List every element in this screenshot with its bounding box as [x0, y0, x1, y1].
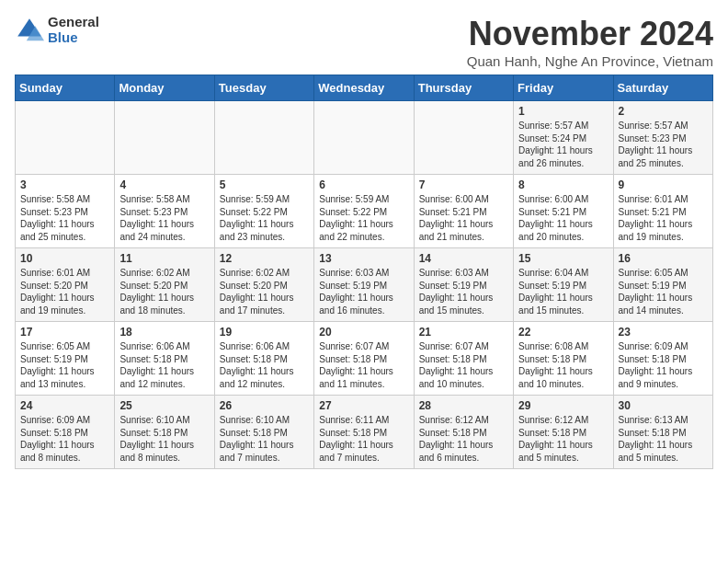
day-info: Sunrise: 6:05 AM Sunset: 5:19 PM Dayligh…: [20, 340, 109, 390]
day-info: Sunrise: 6:01 AM Sunset: 5:20 PM Dayligh…: [20, 267, 109, 316]
logo: General Blue: [15, 15, 99, 45]
header-cell-tuesday: Tuesday: [214, 75, 313, 101]
day-info: Sunrise: 6:07 AM Sunset: 5:18 PM Dayligh…: [319, 340, 408, 390]
header-cell-thursday: Thursday: [414, 75, 513, 101]
day-cell: 21Sunrise: 6:07 AM Sunset: 5:18 PM Dayli…: [414, 322, 513, 396]
day-info: Sunrise: 6:00 AM Sunset: 5:21 PM Dayligh…: [419, 193, 508, 243]
day-info: Sunrise: 6:00 AM Sunset: 5:21 PM Dayligh…: [518, 193, 608, 243]
day-number: 1: [518, 105, 608, 118]
day-number: 13: [319, 252, 408, 265]
day-cell: 18Sunrise: 6:06 AM Sunset: 5:18 PM Dayli…: [115, 322, 214, 396]
subtitle: Quan Hanh, Nghe An Province, Vietnam: [467, 53, 713, 69]
day-cell: 9Sunrise: 6:01 AM Sunset: 5:21 PM Daylig…: [613, 175, 712, 248]
week-row-5: 24Sunrise: 6:09 AM Sunset: 5:18 PM Dayli…: [16, 396, 713, 469]
day-cell: 26Sunrise: 6:10 AM Sunset: 5:18 PM Dayli…: [214, 396, 313, 469]
day-info: Sunrise: 6:02 AM Sunset: 5:20 PM Dayligh…: [220, 267, 309, 316]
day-cell: 23Sunrise: 6:09 AM Sunset: 5:18 PM Dayli…: [613, 322, 712, 396]
day-number: 9: [619, 178, 708, 191]
day-number: 30: [619, 399, 708, 412]
logo-blue-text: Blue: [48, 30, 99, 46]
day-info: Sunrise: 6:06 AM Sunset: 5:18 PM Dayligh…: [119, 340, 209, 390]
calendar-header: SundayMondayTuesdayWednesdayThursdayFrid…: [16, 75, 713, 101]
day-cell: 19Sunrise: 6:06 AM Sunset: 5:18 PM Dayli…: [214, 322, 313, 396]
day-cell: 6Sunrise: 5:59 AM Sunset: 5:22 PM Daylig…: [314, 175, 414, 248]
day-number: 28: [419, 399, 508, 412]
day-number: 15: [518, 252, 608, 265]
day-info: Sunrise: 6:10 AM Sunset: 5:18 PM Dayligh…: [220, 414, 309, 464]
day-cell: 29Sunrise: 6:12 AM Sunset: 5:18 PM Dayli…: [514, 396, 613, 469]
day-cell: 25Sunrise: 6:10 AM Sunset: 5:18 PM Dayli…: [115, 396, 214, 469]
day-number: 20: [319, 326, 408, 339]
day-cell: 20Sunrise: 6:07 AM Sunset: 5:18 PM Dayli…: [314, 322, 414, 396]
week-row-4: 17Sunrise: 6:05 AM Sunset: 5:19 PM Dayli…: [16, 322, 713, 396]
day-cell: 22Sunrise: 6:08 AM Sunset: 5:18 PM Dayli…: [514, 322, 613, 396]
day-info: Sunrise: 6:10 AM Sunset: 5:18 PM Dayligh…: [119, 414, 209, 464]
day-cell: 16Sunrise: 6:05 AM Sunset: 5:19 PM Dayli…: [613, 248, 712, 322]
header-cell-friday: Friday: [514, 75, 613, 101]
day-cell: [414, 101, 513, 175]
day-info: Sunrise: 6:02 AM Sunset: 5:20 PM Dayligh…: [119, 267, 209, 316]
day-info: Sunrise: 5:57 AM Sunset: 5:24 PM Dayligh…: [518, 120, 608, 169]
day-number: 7: [419, 178, 508, 191]
day-number: 12: [220, 252, 309, 265]
day-number: 22: [518, 326, 608, 339]
day-cell: [16, 101, 115, 175]
logo-general-text: General: [48, 15, 99, 30]
day-cell: 4Sunrise: 5:58 AM Sunset: 5:23 PM Daylig…: [115, 175, 214, 248]
day-info: Sunrise: 6:04 AM Sunset: 5:19 PM Dayligh…: [518, 267, 608, 316]
day-number: 19: [220, 326, 309, 339]
day-number: 29: [518, 399, 608, 412]
day-cell: [214, 101, 313, 175]
day-info: Sunrise: 6:05 AM Sunset: 5:19 PM Dayligh…: [619, 267, 708, 316]
day-cell: 11Sunrise: 6:02 AM Sunset: 5:20 PM Dayli…: [115, 248, 214, 322]
header-row: SundayMondayTuesdayWednesdayThursdayFrid…: [16, 75, 713, 101]
title-area: November 2024 Quan Hanh, Nghe An Provinc…: [467, 15, 713, 69]
day-info: Sunrise: 6:09 AM Sunset: 5:18 PM Dayligh…: [619, 340, 708, 390]
day-info: Sunrise: 5:58 AM Sunset: 5:23 PM Dayligh…: [119, 193, 209, 243]
day-info: Sunrise: 6:06 AM Sunset: 5:18 PM Dayligh…: [220, 340, 309, 390]
header: General Blue November 2024 Quan Hanh, Ng…: [15, 15, 713, 69]
day-number: 4: [119, 178, 209, 191]
day-info: Sunrise: 6:12 AM Sunset: 5:18 PM Dayligh…: [518, 414, 608, 464]
week-row-3: 10Sunrise: 6:01 AM Sunset: 5:20 PM Dayli…: [16, 248, 713, 322]
day-number: 8: [518, 178, 608, 191]
day-info: Sunrise: 6:13 AM Sunset: 5:18 PM Dayligh…: [619, 414, 708, 464]
main-title: November 2024: [467, 15, 713, 53]
day-number: 24: [20, 399, 109, 412]
day-cell: 1Sunrise: 5:57 AM Sunset: 5:24 PM Daylig…: [514, 101, 613, 175]
day-cell: 10Sunrise: 6:01 AM Sunset: 5:20 PM Dayli…: [16, 248, 115, 322]
header-cell-sunday: Sunday: [16, 75, 115, 101]
day-number: 26: [220, 399, 309, 412]
day-cell: 14Sunrise: 6:03 AM Sunset: 5:19 PM Dayli…: [414, 248, 513, 322]
logo-text: General Blue: [48, 15, 99, 45]
header-cell-wednesday: Wednesday: [314, 75, 414, 101]
day-number: 21: [419, 326, 508, 339]
day-cell: 27Sunrise: 6:11 AM Sunset: 5:18 PM Dayli…: [314, 396, 414, 469]
day-info: Sunrise: 6:12 AM Sunset: 5:18 PM Dayligh…: [419, 414, 508, 464]
day-cell: 17Sunrise: 6:05 AM Sunset: 5:19 PM Dayli…: [16, 322, 115, 396]
day-number: 25: [119, 399, 209, 412]
day-cell: 12Sunrise: 6:02 AM Sunset: 5:20 PM Dayli…: [214, 248, 313, 322]
day-cell: 30Sunrise: 6:13 AM Sunset: 5:18 PM Dayli…: [613, 396, 712, 469]
day-cell: 3Sunrise: 5:58 AM Sunset: 5:23 PM Daylig…: [16, 175, 115, 248]
day-number: 10: [20, 252, 109, 265]
logo-icon: [15, 16, 44, 45]
day-info: Sunrise: 5:59 AM Sunset: 5:22 PM Dayligh…: [220, 193, 309, 243]
day-cell: 2Sunrise: 5:57 AM Sunset: 5:23 PM Daylig…: [613, 101, 712, 175]
calendar-body: 1Sunrise: 5:57 AM Sunset: 5:24 PM Daylig…: [16, 101, 713, 469]
day-number: 2: [619, 105, 708, 118]
day-number: 17: [20, 326, 109, 339]
day-info: Sunrise: 6:07 AM Sunset: 5:18 PM Dayligh…: [419, 340, 508, 390]
day-cell: 13Sunrise: 6:03 AM Sunset: 5:19 PM Dayli…: [314, 248, 414, 322]
day-number: 11: [119, 252, 209, 265]
day-number: 18: [119, 326, 209, 339]
day-cell: 24Sunrise: 6:09 AM Sunset: 5:18 PM Dayli…: [16, 396, 115, 469]
day-number: 16: [619, 252, 708, 265]
day-info: Sunrise: 6:03 AM Sunset: 5:19 PM Dayligh…: [319, 267, 408, 316]
day-cell: 28Sunrise: 6:12 AM Sunset: 5:18 PM Dayli…: [414, 396, 513, 469]
day-cell: 7Sunrise: 6:00 AM Sunset: 5:21 PM Daylig…: [414, 175, 513, 248]
day-cell: 15Sunrise: 6:04 AM Sunset: 5:19 PM Dayli…: [514, 248, 613, 322]
calendar-table: SundayMondayTuesdayWednesdayThursdayFrid…: [15, 75, 713, 469]
day-number: 27: [319, 399, 408, 412]
day-info: Sunrise: 6:03 AM Sunset: 5:19 PM Dayligh…: [419, 267, 508, 316]
